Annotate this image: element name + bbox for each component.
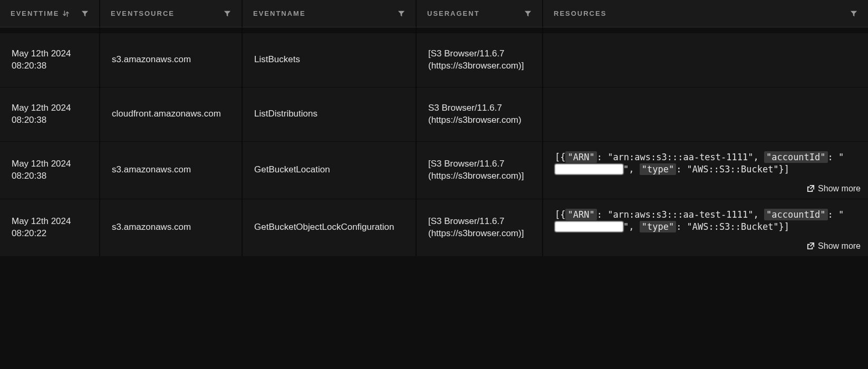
useragent-line1: S3 Browser/11.6.7 [428,103,502,113]
col-header-eventname[interactable]: EVENTNAME [243,0,417,27]
table-header-row: EVENTTIME EVENTSOURCE EVENTNAME [0,0,868,27]
useragent-line2: (https://s3browser.com)] [428,228,524,238]
col-label: EVENTNAME [253,9,306,17]
cell-eventsource: cloudfront.amazonaws.com [100,87,243,141]
cell-eventsource: s3.amazonaws.com [100,141,243,199]
redacted-value [555,164,623,174]
filter-icon[interactable] [524,10,532,17]
cell-eventname: GetBucketObjectLockConfiguration [243,199,417,256]
col-header-useragent[interactable]: USERAGENT [417,0,543,27]
cell-eventname: GetBucketLocation [243,141,417,199]
col-label: RESOURCES [554,9,606,17]
show-more-label: Show more [818,240,861,252]
cell-useragent: [S3 Browser/11.6.7(https://s3browser.com… [417,33,543,87]
table-row[interactable]: May 12th 202408:20:38cloudfront.amazonaw… [0,87,868,141]
cell-resources [543,33,868,87]
col-header-resources[interactable]: RESOURCES [543,0,868,27]
useragent-line1: [S3 Browser/11.6.7 [428,159,505,169]
cell-eventtime: May 12th 202408:20:22 [0,199,100,256]
filter-icon[interactable] [850,10,857,17]
eventtime-time: 08:20:38 [12,115,46,125]
table-row[interactable]: May 12th 202408:20:38s3.amazonaws.comLis… [0,33,868,87]
useragent-line1: [S3 Browser/11.6.7 [428,216,505,226]
cell-eventname: ListBuckets [243,33,417,87]
external-link-icon [807,242,815,250]
cell-useragent: [S3 Browser/11.6.7(https://s3browser.com… [417,141,543,199]
col-label: EVENTTIME [11,9,59,17]
table-row[interactable]: May 12th 202408:20:38s3.amazonaws.comGet… [0,141,868,199]
cell-eventtime: May 12th 202408:20:38 [0,33,100,87]
useragent-line2: (https://s3browser.com) [428,115,522,125]
eventtime-date: May 12th 2024 [12,103,71,113]
cell-useragent: [S3 Browser/11.6.7(https://s3browser.com… [417,199,543,256]
cell-useragent: S3 Browser/11.6.7(https://s3browser.com) [417,87,543,141]
cell-eventtime: May 12th 202408:20:38 [0,87,100,141]
col-label: USERAGENT [427,9,480,17]
cell-eventtime: May 12th 202408:20:38 [0,141,100,199]
cell-eventname: ListDistributions [243,87,417,141]
filter-icon[interactable] [81,10,89,17]
show-more-button[interactable]: Show more [807,183,861,195]
external-link-icon [807,184,815,192]
eventtime-date: May 12th 2024 [12,216,71,226]
eventtime-date: May 12th 2024 [12,48,71,59]
show-more-label: Show more [818,183,861,195]
col-header-eventtime[interactable]: EVENTTIME [0,0,100,27]
show-more-button[interactable]: Show more [807,240,861,252]
cell-resources: [{"ARN": "arn:aws:s3:::aa-test-1111", "a… [543,141,868,199]
filter-icon[interactable] [224,10,231,17]
resources-json: [{"ARN": "arn:aws:s3:::aa-test-1111", "a… [555,152,844,174]
table-row[interactable]: May 12th 202408:20:22s3.amazonaws.comGet… [0,199,868,256]
eventtime-time: 08:20:38 [12,171,46,181]
resources-json: [{"ARN": "arn:aws:s3:::aa-test-1111", "a… [555,209,844,232]
cell-eventsource: s3.amazonaws.com [100,199,243,256]
useragent-line2: (https://s3browser.com)] [428,171,524,181]
events-table: EVENTTIME EVENTSOURCE EVENTNAME [0,0,868,256]
col-header-eventsource[interactable]: EVENTSOURCE [100,0,243,27]
cell-resources [543,87,868,141]
filter-icon[interactable] [398,10,405,17]
eventtime-date: May 12th 2024 [12,159,71,169]
useragent-line2: (https://s3browser.com)] [428,61,524,71]
cell-eventsource: s3.amazonaws.com [100,33,243,87]
cell-resources: [{"ARN": "arn:aws:s3:::aa-test-1111", "a… [543,199,868,256]
sort-icon[interactable] [62,10,70,17]
useragent-line1: [S3 Browser/11.6.7 [428,48,505,59]
col-label: EVENTSOURCE [111,9,175,17]
eventtime-time: 08:20:22 [12,228,46,238]
eventtime-time: 08:20:38 [12,61,46,71]
redacted-value [555,221,623,232]
